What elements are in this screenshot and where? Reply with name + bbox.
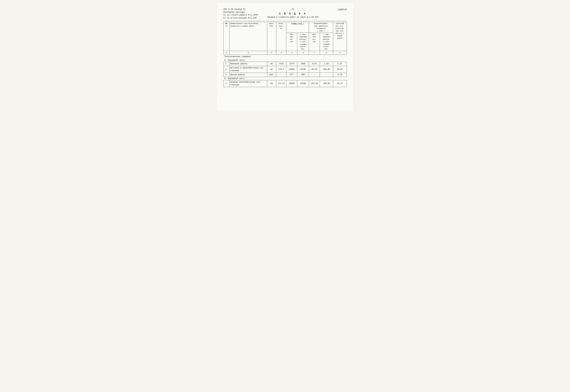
row4-avgpry: I20,38 <box>309 80 320 87</box>
overhead-b: б) на м/конструкции К=I,I48 <box>223 17 258 19</box>
col-header-row-1: №№пп Наименование конструктивныхэлементо… <box>223 22 347 33</box>
th-name: Наименование конструктивныхэлементов и в… <box>229 22 267 51</box>
row2-avgpry: 86,55 <box>309 66 320 73</box>
section-title: Трехсекционная градирня <box>223 55 347 58</box>
cn-2: 2 <box>229 51 267 55</box>
row2-udel: 40,OI <box>333 66 347 73</box>
row2-qty: 278,4 <box>276 66 286 73</box>
row2-unit: м3 <box>267 66 276 73</box>
header-center: -22- С В О Д К А объемов и стоимости раб… <box>258 8 328 20</box>
album-ref: 901-6-43 Альбом IX <box>223 8 258 11</box>
th-num: №№пп <box>223 22 229 51</box>
cn-7: 7 <box>309 51 320 55</box>
divider-top <box>223 21 347 21</box>
row1-unit: м3 <box>267 62 276 66</box>
row4-unit: м3 <box>267 80 276 87</box>
row4-sumnak: 25438 <box>297 80 309 87</box>
header-left: 901-6-43 Альбом IX Накладные расходы: а)… <box>223 8 258 19</box>
main-table: №№пп Наименование конструктивныхэлементо… <box>223 22 347 99</box>
cn-5: 5 <box>286 51 297 55</box>
row3-unit: руб. <box>267 73 276 77</box>
row2-sumpry: 24095 <box>286 66 297 73</box>
cn-8: 8 <box>320 51 333 55</box>
section-a: А. Подземная часть <box>223 59 347 62</box>
overhead-a: а) на строит.работы К=I,2349 <box>223 14 258 16</box>
row4-sumpry: 20599 <box>286 80 297 87</box>
th-sum-pry: пря-мыхзат-рат <box>286 33 297 51</box>
row1-udel: 2,II <box>333 62 347 66</box>
row2-sumnak: 29755 <box>297 66 309 73</box>
th-sum-nak: с нак-ладнымирасход.и пла-новыминакоп-ле… <box>297 33 309 51</box>
page: 901-6-43 Альбом IX Накладные расходы: а)… <box>217 3 353 111</box>
th-qty: Коли-чест-во <box>276 22 286 51</box>
th-sum-group: Сумма (руб.) <box>286 22 309 33</box>
row3-avgpry: - <box>309 73 320 77</box>
row4-num: 4. <box>223 80 229 87</box>
section-title-row: Трехсекционная градирня <box>223 55 347 58</box>
table-row: 3. Прочие работы руб. - 477 589 - - 0,79 <box>223 73 347 77</box>
cn-1: I <box>223 51 229 55</box>
table-row: I. Земляные работы м3 I54I I270 I568 0,8… <box>223 62 347 66</box>
cn-6: 6 <box>297 51 309 55</box>
subtitle: объемов и стоимости работ по смете № I-O… <box>258 16 328 19</box>
row3-sumnak: 589 <box>297 73 309 77</box>
row1-avgnak: I,02 <box>320 62 333 66</box>
empty-row <box>223 87 347 99</box>
cn-3: 3 <box>267 51 276 55</box>
table-row: 2. Бетонные и железобетонные кон- струкц… <box>223 66 347 73</box>
th-avg-pry: пря-мыхзат-рат <box>309 33 320 51</box>
th-udel: Удельныйвес кон-структив-ных эле-ментов … <box>333 22 347 51</box>
row2-num: 2. <box>223 66 229 73</box>
section-b: Б. Надземная часть <box>223 77 347 80</box>
th-avg-nak: с нак-ладнымирасход.и пла-новыминакоп-ле… <box>320 33 333 51</box>
row1-qty: I54I <box>276 62 286 66</box>
row3-sumpry: 477 <box>286 73 297 77</box>
page-number: -22- <box>258 8 328 11</box>
row4-udel: 34,2I <box>333 80 347 87</box>
row2-avgnak: I06,88 <box>320 66 333 73</box>
cn-4: 4 <box>276 51 286 55</box>
row2-name: Бетонные и железобетонные кон- струкции <box>229 66 267 73</box>
th-avg-group: Средневзвешен-ная единичнаястоимость( ру… <box>309 22 333 33</box>
title-svod: С В О Д К А <box>258 12 328 15</box>
cn-9: 9 <box>333 51 347 55</box>
section-b-row: Б. Надземная часть <box>223 77 347 80</box>
row4-name: Сборные железобетонные кон- струкции <box>229 80 267 87</box>
row3-avgnak: - <box>320 73 333 77</box>
row1-num: I. <box>223 62 229 66</box>
row3-udel: 0,79 <box>333 73 347 77</box>
row3-name: Прочие работы <box>229 73 267 77</box>
row1-name: Земляные работы <box>229 62 267 66</box>
row3-qty: - <box>276 73 286 77</box>
table-row: 4. Сборные железобетонные кон- струкции … <box>223 80 347 87</box>
col-numbers-row: I 2 3 4 5 6 7 8 9 <box>223 51 347 55</box>
row4-qty: I7I,I2 <box>276 80 286 87</box>
doc-number: 12848-09 <box>328 8 347 11</box>
row1-avgpry: 0,82 <box>309 62 320 66</box>
row1-sumpry: I270 <box>286 62 297 66</box>
row3-num: 3. <box>223 73 229 77</box>
th-unit: Един.изм. <box>267 22 276 51</box>
section-a-row: А. Подземная часть <box>223 59 347 62</box>
overhead-label: Накладные расходы: <box>223 11 258 14</box>
row4-avgnak: I48,66 <box>320 80 333 87</box>
header-section: 901-6-43 Альбом IX Накладные расходы: а)… <box>223 8 347 20</box>
row1-sumnak: I568 <box>297 62 309 66</box>
header-right: 12848-09 <box>328 8 347 11</box>
